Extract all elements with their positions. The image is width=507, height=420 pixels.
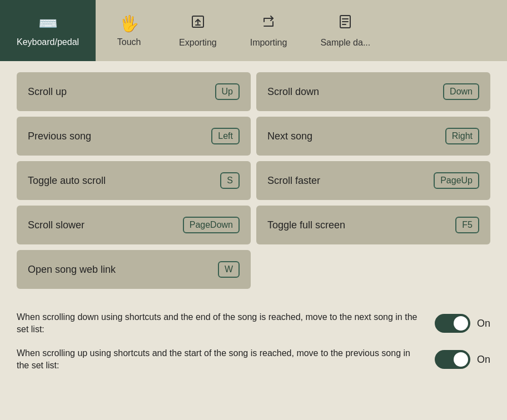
- shortcut-previous-song-label: Previous song: [28, 131, 91, 142]
- toggle-scroll-down-next-state: On: [477, 318, 490, 329]
- shortcut-next-song-label: Next song: [267, 131, 312, 142]
- shortcut-toggle-auto-scroll-key: S: [220, 172, 240, 189]
- shortcut-toggle-full-screen: Toggle full screen F5: [256, 206, 490, 244]
- nav-label-importing: Importing: [250, 38, 287, 48]
- toggle-scroll-up-prev-controls: On: [435, 350, 490, 369]
- shortcut-scroll-slower: Scroll slower PageDown: [17, 206, 251, 244]
- shortcut-previous-song: Previous song Left: [17, 117, 251, 156]
- shortcut-scroll-down: Scroll down Down: [256, 72, 490, 111]
- toggle-section: When scrolling down using shortcuts and …: [17, 306, 490, 378]
- shortcut-scroll-up: Scroll up Up: [17, 72, 251, 111]
- toggle-scroll-up-prev-switch[interactable]: [435, 350, 470, 369]
- shortcut-scroll-down-label: Scroll down: [267, 86, 319, 98]
- shortcut-scroll-down-key: Down: [443, 83, 479, 100]
- shortcut-scroll-faster-label: Scroll faster: [267, 175, 320, 187]
- shortcut-scroll-faster-key: PageUp: [434, 172, 479, 189]
- shortcut-toggle-auto-scroll-label: Toggle auto scroll: [28, 175, 106, 187]
- nav-label-touch: Touch: [117, 37, 141, 47]
- toggle-scroll-down-next-controls: On: [435, 314, 490, 333]
- shortcuts-left-column: Scroll up Up Previous song Left Toggle a…: [17, 72, 251, 289]
- top-navigation: ⌨️ Keyboard/pedal 🖐 Touch Exporting Impo…: [0, 0, 507, 61]
- nav-item-touch[interactable]: 🖐 Touch: [96, 0, 162, 61]
- nav-item-keyboard[interactable]: ⌨️ Keyboard/pedal: [0, 0, 96, 61]
- shortcut-scroll-slower-label: Scroll slower: [28, 219, 84, 231]
- nav-label-sample-data: Sample da...: [320, 38, 370, 48]
- toggle-scroll-up-prev-state: On: [477, 354, 490, 366]
- nav-label-keyboard: Keyboard/pedal: [17, 37, 79, 47]
- shortcut-scroll-slower-key: PageDown: [183, 217, 240, 233]
- toggle-row-scroll-down-next: When scrolling down using shortcuts and …: [17, 311, 490, 336]
- shortcut-toggle-auto-scroll: Toggle auto scroll S: [17, 161, 251, 200]
- nav-item-sample-data[interactable]: Sample da...: [304, 0, 387, 61]
- sample-data-icon: [337, 14, 353, 33]
- shortcut-previous-song-key: Left: [211, 128, 240, 144]
- shortcut-next-song: Next song Right: [256, 117, 490, 156]
- toggle-scroll-down-next-switch[interactable]: [435, 314, 470, 333]
- keyboard-icon: ⌨️: [38, 14, 58, 33]
- shortcut-toggle-full-screen-label: Toggle full screen: [267, 219, 345, 231]
- shortcut-scroll-up-key: Up: [215, 83, 240, 100]
- shortcut-open-song-web-link: Open song web link W: [17, 250, 251, 289]
- nav-item-importing[interactable]: Importing: [233, 0, 304, 61]
- shortcut-scroll-faster: Scroll faster PageUp: [256, 161, 490, 200]
- shortcuts-right-column: Scroll down Down Next song Right Scroll …: [256, 72, 490, 289]
- shortcut-next-song-key: Right: [445, 128, 479, 144]
- shortcuts-grid: Scroll up Up Previous song Left Toggle a…: [17, 72, 490, 289]
- toggle-scroll-up-prev-text: When scrolling up using shortcuts and th…: [17, 347, 424, 372]
- shortcut-scroll-up-label: Scroll up: [28, 86, 67, 98]
- shortcut-toggle-full-screen-key: F5: [455, 217, 479, 233]
- toggle-row-scroll-up-prev: When scrolling up using shortcuts and th…: [17, 347, 490, 372]
- nav-label-exporting: Exporting: [179, 38, 217, 48]
- toggle-scroll-down-next-text: When scrolling down using shortcuts and …: [17, 311, 424, 336]
- export-icon: [190, 14, 206, 33]
- import-icon: [261, 14, 276, 33]
- main-content: Scroll up Up Previous song Left Toggle a…: [0, 61, 507, 389]
- nav-item-exporting[interactable]: Exporting: [162, 0, 233, 61]
- touch-icon: 🖐: [120, 14, 139, 33]
- shortcut-open-song-web-link-label: Open song web link: [28, 264, 116, 276]
- shortcut-open-song-web-link-key: W: [218, 261, 240, 278]
